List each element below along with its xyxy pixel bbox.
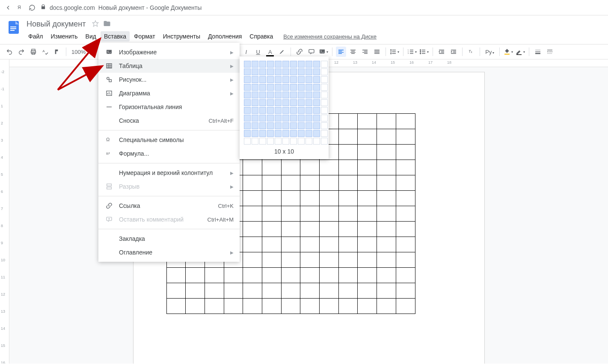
picker-cell[interactable]	[321, 130, 328, 137]
picker-cell[interactable]	[259, 84, 266, 91]
picker-cell[interactable]	[252, 107, 258, 114]
picker-cell[interactable]	[244, 107, 251, 114]
insert-link-icon[interactable]	[294, 47, 305, 57]
picker-cell[interactable]	[252, 138, 258, 145]
picker-cell[interactable]	[305, 68, 312, 75]
move-folder-icon[interactable]	[103, 20, 111, 29]
fill-color-icon[interactable]	[503, 47, 513, 57]
picker-cell[interactable]	[305, 76, 312, 83]
picker-cell[interactable]	[252, 122, 258, 129]
picker-cell[interactable]	[290, 92, 297, 98]
picker-cell[interactable]	[275, 84, 282, 91]
picker-cell[interactable]	[321, 107, 328, 114]
picker-cell[interactable]	[252, 92, 258, 98]
paint-format-icon[interactable]	[52, 47, 62, 57]
picker-cell[interactable]	[305, 92, 312, 98]
insert-menu-item[interactable]: ΩСпециальные символы	[98, 133, 240, 147]
picker-cell[interactable]	[305, 115, 312, 121]
picker-cell[interactable]	[298, 92, 305, 98]
picker-cell[interactable]	[298, 99, 305, 106]
picker-cell[interactable]	[290, 61, 297, 68]
insert-menu-item[interactable]: Диаграмма▶	[98, 86, 240, 100]
align-center-icon[interactable]	[348, 47, 358, 57]
picker-cell[interactable]	[252, 68, 258, 75]
undo-icon[interactable]	[4, 47, 15, 57]
picker-cell[interactable]	[313, 68, 320, 75]
picker-cell[interactable]	[321, 84, 328, 91]
picker-cell[interactable]	[305, 122, 312, 129]
picker-cell[interactable]	[298, 130, 305, 137]
picker-cell[interactable]	[282, 130, 289, 137]
picker-cell[interactable]	[305, 84, 312, 91]
picker-cell[interactable]	[313, 138, 320, 145]
picker-cell[interactable]	[259, 92, 266, 98]
spellcheck-icon[interactable]: A	[40, 47, 50, 57]
decrease-indent-icon[interactable]	[436, 47, 447, 57]
picker-cell[interactable]	[290, 130, 297, 137]
yandex-logo-icon[interactable]: Я	[16, 4, 24, 12]
picker-cell[interactable]	[244, 138, 251, 145]
picker-cell[interactable]	[282, 92, 289, 98]
picker-cell[interactable]	[275, 68, 282, 75]
browser-back-icon[interactable]	[4, 4, 12, 12]
picker-cell[interactable]	[321, 99, 328, 106]
picker-cell[interactable]	[282, 115, 289, 121]
picker-cell[interactable]	[305, 138, 312, 145]
bulleted-list-icon[interactable]	[419, 47, 429, 57]
insert-menu-item[interactable]: Нумерация и верхний колонтитул▶	[98, 166, 240, 180]
insert-menu-item[interactable]: Закладка	[98, 232, 240, 246]
picker-cell[interactable]	[298, 115, 305, 121]
picker-cell[interactable]	[252, 61, 258, 68]
picker-cell[interactable]	[321, 61, 328, 68]
picker-cell[interactable]	[267, 68, 274, 75]
underline-icon[interactable]: U	[253, 47, 263, 57]
picker-cell[interactable]	[267, 130, 274, 137]
picker-cell[interactable]	[313, 61, 320, 68]
picker-cell[interactable]	[282, 68, 289, 75]
picker-cell[interactable]	[267, 76, 274, 83]
picker-cell[interactable]	[267, 99, 274, 106]
align-justify-icon[interactable]	[372, 47, 382, 57]
picker-cell[interactable]	[313, 115, 320, 121]
picker-cell[interactable]	[298, 107, 305, 114]
picker-cell[interactable]	[267, 84, 274, 91]
picker-cell[interactable]	[298, 61, 305, 68]
picker-cell[interactable]	[321, 122, 328, 129]
picker-cell[interactable]	[290, 76, 297, 83]
picker-cell[interactable]	[275, 138, 282, 145]
picker-cell[interactable]	[244, 130, 251, 137]
picker-cell[interactable]	[298, 68, 305, 75]
picker-cell[interactable]	[298, 138, 305, 145]
picker-cell[interactable]	[313, 84, 320, 91]
picker-cell[interactable]	[290, 122, 297, 129]
picker-cell[interactable]	[313, 122, 320, 129]
clear-formatting-icon[interactable]: Tx	[466, 47, 476, 57]
menu-формат[interactable]: Формат	[130, 31, 159, 41]
picker-cell[interactable]	[244, 122, 251, 129]
align-left-icon[interactable]	[336, 47, 346, 57]
align-right-icon[interactable]	[360, 47, 370, 57]
insert-image-icon[interactable]	[318, 47, 329, 57]
picker-cell[interactable]	[321, 138, 328, 145]
picker-cell[interactable]	[305, 61, 312, 68]
redo-icon[interactable]	[16, 47, 27, 57]
increase-indent-icon[interactable]	[448, 47, 459, 57]
picker-cell[interactable]	[275, 107, 282, 114]
numbered-list-icon[interactable]: 123	[407, 47, 417, 57]
picker-cell[interactable]	[313, 130, 320, 137]
picker-cell[interactable]	[252, 84, 258, 91]
insert-comment-icon[interactable]	[306, 47, 317, 57]
picker-cell[interactable]	[259, 107, 266, 114]
picker-cell[interactable]	[321, 68, 328, 75]
insert-menu-item[interactable]: π²Формула...	[98, 147, 240, 160]
menu-справка[interactable]: Справка	[246, 31, 276, 41]
reload-icon[interactable]	[28, 4, 36, 12]
border-color-icon[interactable]	[515, 47, 525, 57]
menu-вставка[interactable]: Вставка	[101, 31, 130, 41]
insert-menu-item[interactable]: Горизонтальная линия	[98, 100, 240, 114]
insert-menu-item[interactable]: СноскаCtrl+Alt+F	[98, 114, 240, 127]
picker-cell[interactable]	[259, 122, 266, 129]
insert-menu-item[interactable]: СсылкаCtrl+K	[98, 199, 240, 213]
picker-cell[interactable]	[252, 130, 258, 137]
picker-cell[interactable]	[282, 107, 289, 114]
